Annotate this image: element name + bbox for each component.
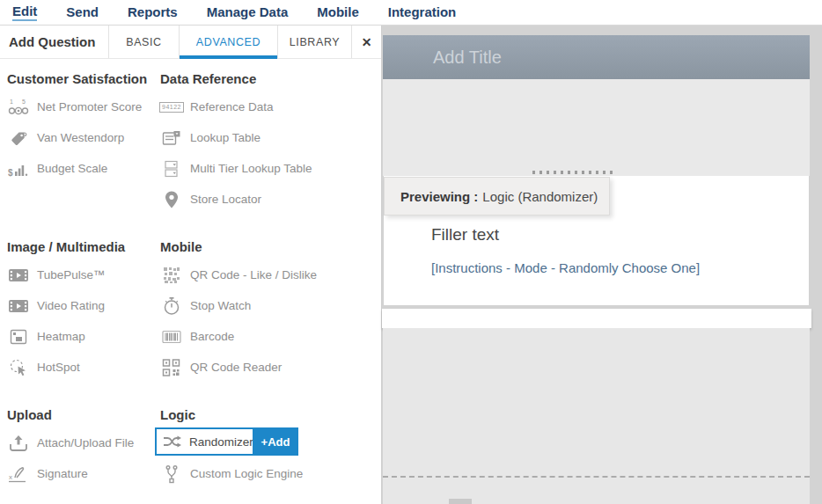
panel-title: Add Question: [0, 26, 108, 58]
signature-icon: x: [7, 464, 30, 484]
tab-library[interactable]: LIBRARY: [277, 26, 351, 58]
item-label: Van Westendorp: [37, 131, 124, 144]
section-customer-satisfaction: Customer Satisfaction 15 Net Promoter Sc…: [7, 71, 155, 239]
question-type-barcode[interactable]: Barcode: [160, 321, 381, 352]
question-type-signature[interactable]: x Signature: [7, 458, 155, 489]
preview-lower-area: [383, 328, 810, 504]
top-nav: Edit Send Reports Manage Data Mobile Int…: [0, 0, 822, 26]
add-question-panel: Add Question BASIC ADVANCED LIBRARY ✕ Cu…: [0, 26, 382, 504]
panel-body: Customer Satisfaction 15 Net Promoter Sc…: [0, 59, 381, 504]
instructions-text: [Instructions - Mode - Randomly Choose O…: [431, 260, 809, 275]
section-title: Customer Satisfaction: [7, 71, 155, 86]
question-type-qr-code-like-dislike[interactable]: QR Code - Like / Dislike: [160, 259, 381, 290]
item-label: Net Promoter Score: [37, 100, 142, 113]
nav-edit[interactable]: Edit: [12, 4, 37, 21]
question-type-tubepulse[interactable]: TubePulse™: [7, 259, 155, 290]
svg-text:x: x: [9, 473, 12, 481]
question-type-net-promoter-score[interactable]: 15 Net Promoter Score: [7, 91, 155, 122]
close-icon[interactable]: ✕: [351, 26, 381, 58]
section-upload: Upload Attach/Upload File x Signature: [7, 407, 155, 504]
tab-basic[interactable]: BASIC: [108, 26, 179, 58]
panel-header: Add Question BASIC ADVANCED LIBRARY ✕: [0, 26, 381, 59]
question-type-stop-watch[interactable]: Stop Watch: [160, 290, 381, 321]
preview-title-placeholder[interactable]: Add Title: [383, 35, 810, 79]
add-button[interactable]: +Add: [253, 427, 298, 456]
item-label: Custom Logic Engine: [190, 467, 303, 480]
preview-question-area: [383, 79, 810, 176]
item-label: Multi Tier Lookup Table: [190, 162, 312, 175]
svg-text:5: 5: [22, 99, 26, 105]
obscured-question-text: [532, 171, 613, 174]
section-title: Image / Multimedia: [7, 239, 155, 254]
lookup-table-icon: [160, 128, 183, 148]
nav-mobile[interactable]: Mobile: [317, 4, 359, 20]
question-type-hotspot[interactable]: HotSpot: [7, 352, 155, 383]
nav-integration[interactable]: Integration: [388, 4, 457, 20]
section-mobile: Mobile QR Code - Like / Dislike Stop Wat…: [160, 239, 381, 407]
question-type-store-locator[interactable]: Store Locator: [160, 184, 381, 215]
svg-text:1: 1: [10, 99, 13, 105]
video-icon: [7, 296, 30, 316]
video-icon: [7, 266, 30, 285]
section-title: Data Reference: [160, 71, 381, 86]
tab-advanced[interactable]: ADVANCED: [179, 26, 277, 58]
previewing-tooltip: Previewing : Logic (Randomizer): [384, 177, 610, 215]
svg-text:$: $: [8, 168, 13, 178]
tooltip-label: Previewing :: [400, 189, 478, 204]
store-locator-icon: [160, 190, 183, 209]
question-type-custom-logic-engine[interactable]: Custom Logic Engine: [160, 458, 381, 489]
question-type-video-rating[interactable]: Video Rating: [7, 290, 155, 321]
item-label: Video Rating: [37, 299, 105, 312]
item-label: Barcode: [190, 330, 234, 343]
reference-badge-text: 94122: [159, 102, 184, 113]
item-label: QR Code Reader: [190, 361, 282, 374]
question-type-reference-data[interactable]: 94122 Reference Data: [160, 91, 381, 122]
nav-send[interactable]: Send: [66, 4, 99, 20]
question-type-randomizer[interactable]: Randomizer +Add: [155, 427, 298, 456]
reference-data-icon: 94122: [160, 102, 183, 113]
shuffle-icon: [161, 432, 184, 451]
nps-icon: 15: [7, 98, 30, 117]
item-label: Reference Data: [190, 100, 274, 113]
item-label: Store Locator: [190, 193, 261, 206]
nav-reports[interactable]: Reports: [128, 4, 178, 20]
item-label: HotSpot: [37, 361, 80, 374]
barcode-icon: [160, 327, 183, 347]
upload-icon: [7, 434, 30, 453]
question-type-budget-scale[interactable]: $ Budget Scale: [7, 153, 155, 184]
nav-manage-data[interactable]: Manage Data: [207, 4, 289, 20]
item-label: Stop Watch: [190, 299, 251, 312]
stopwatch-icon: [160, 296, 183, 316]
section-logic: Logic Randomizer +Add Custom Logic Engin…: [160, 407, 381, 504]
preview-bottom-stub: [449, 499, 472, 504]
question-type-van-westendorp[interactable]: Van Westendorp: [7, 122, 155, 153]
item-label: Heatmap: [37, 330, 85, 343]
main-area: Add Question BASIC ADVANCED LIBRARY ✕ Cu…: [0, 26, 822, 504]
item-label: QR Code - Like / Dislike: [190, 268, 317, 281]
panel-column-1: Customer Satisfaction 15 Net Promoter Sc…: [0, 71, 155, 504]
section-title: Logic: [160, 407, 381, 422]
panel-column-2: Data Reference 94122 Reference Data Look…: [155, 71, 381, 504]
tooltip-value: Logic (Randomizer): [482, 189, 598, 204]
question-type-multi-tier-lookup-table[interactable]: Multi Tier Lookup Table: [160, 153, 381, 184]
item-label: Attach/Upload File: [37, 436, 134, 449]
qr-code-icon: [160, 266, 183, 285]
section-data-reference: Data Reference 94122 Reference Data Look…: [160, 71, 381, 239]
heatmap-icon: [7, 327, 30, 347]
question-type-lookup-table[interactable]: Lookup Table: [160, 122, 381, 153]
preview-white-strip: [382, 309, 811, 328]
section-image-multimedia: Image / Multimedia TubePulse™ Video Rati…: [7, 239, 155, 407]
item-label: Budget Scale: [37, 162, 107, 175]
item-label: Randomizer: [189, 435, 253, 449]
logic-engine-icon: [160, 464, 183, 484]
question-type-heatmap[interactable]: Heatmap: [7, 321, 155, 352]
item-label: TubePulse™: [37, 268, 106, 281]
filler-text-heading: Filler text: [431, 225, 809, 245]
question-type-attach-upload-file[interactable]: Attach/Upload File: [7, 427, 155, 458]
page-break-dashed-line: [383, 476, 810, 478]
multi-tier-lookup-icon: [160, 159, 183, 179]
preview-pane: Add Title Previewing : Logic (Randomizer…: [382, 26, 822, 504]
question-type-qr-code-reader[interactable]: QR Code Reader: [160, 352, 381, 383]
item-label: Signature: [37, 467, 88, 480]
qr-code-reader-icon: [160, 358, 183, 377]
